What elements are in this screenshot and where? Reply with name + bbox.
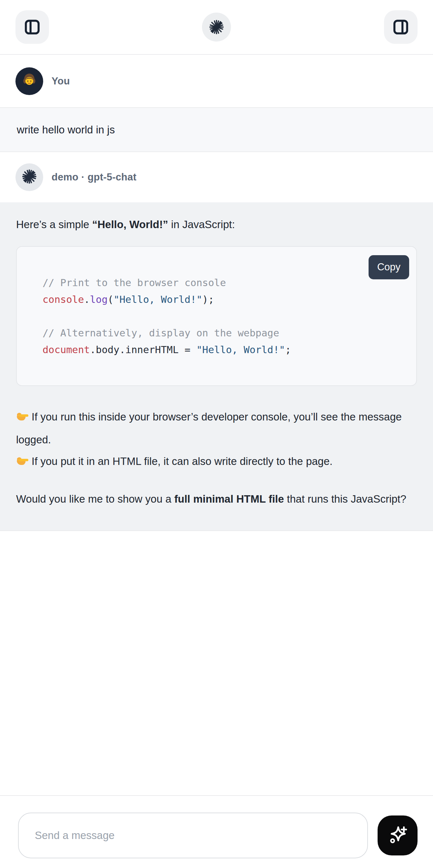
- assistant-avatar: [16, 163, 43, 191]
- user-message: write hello world in js: [0, 107, 433, 152]
- user-avatar: [16, 67, 43, 95]
- sparkle-icon: [387, 825, 408, 847]
- code-content: // Print to the browser console console.…: [42, 275, 401, 358]
- code-token: // Alternatively, display on the webpage: [42, 327, 279, 339]
- intro-text-after: in JavaScript:: [168, 218, 235, 230]
- assistant-tips-paragraph: If you run this inside your browser’s de…: [16, 406, 417, 473]
- sidebar-toggle-button[interactable]: [16, 10, 49, 44]
- pointing-right-emoji-icon: [16, 407, 29, 429]
- user-sender-name: You: [52, 75, 70, 87]
- panel-right-icon: [392, 19, 409, 36]
- code-token: "Hello, World!": [196, 344, 285, 355]
- pointing-right-emoji-icon: [16, 452, 29, 473]
- code-token: .: [84, 294, 90, 305]
- right-panel-toggle-button[interactable]: [384, 10, 417, 44]
- top-bar: [0, 0, 433, 55]
- assistant-message-header: demo · gpt-5-chat: [0, 152, 433, 202]
- person-emoji-icon: [20, 71, 38, 91]
- panel-left-icon: [24, 19, 41, 36]
- code-token: log: [90, 294, 107, 305]
- assistant-intro-paragraph: Here’s a simple “Hello, World!” in JavaS…: [16, 217, 417, 232]
- model-logo-button[interactable]: [202, 12, 231, 41]
- assistant-closing-paragraph: Would you like me to show you a full min…: [16, 488, 417, 510]
- code-token: .body.innerHTML =: [90, 344, 196, 355]
- chat-empty-area: [0, 531, 433, 795]
- user-message-text: write hello world in js: [17, 124, 115, 136]
- closing-text: Would you like me to show you a: [16, 493, 174, 505]
- code-token: (: [107, 294, 114, 305]
- closing-text-after: that runs this JavaScript?: [284, 493, 406, 505]
- code-token: "Hello, World!": [114, 294, 202, 305]
- message-composer: [0, 795, 433, 868]
- intro-text: Here’s a simple: [16, 218, 92, 230]
- starburst-icon: [21, 168, 38, 186]
- intro-bold-text: “Hello, World!”: [92, 218, 168, 230]
- code-token: document: [42, 344, 90, 355]
- assistant-message: Here’s a simple “Hello, World!” in JavaS…: [0, 202, 433, 531]
- chat-app: You write hello world in js: [0, 0, 433, 868]
- code-token: console: [42, 294, 84, 305]
- tip-text: If you run this inside your browser’s de…: [16, 411, 402, 445]
- closing-bold-text: full minimal HTML file: [174, 493, 284, 505]
- code-token: // Print to the browser console: [42, 277, 226, 288]
- code-token: ;: [285, 344, 291, 355]
- user-message-header: You: [0, 55, 433, 107]
- message-input[interactable]: [18, 813, 368, 858]
- code-block: Copy // Print to the browser console con…: [16, 246, 417, 386]
- send-button[interactable]: [378, 815, 417, 856]
- tip-text: If you put it in an HTML file, it can al…: [32, 455, 333, 467]
- starburst-icon: [209, 19, 224, 35]
- code-token: );: [202, 294, 214, 305]
- assistant-sender-name: demo · gpt-5-chat: [52, 172, 136, 183]
- copy-code-button[interactable]: Copy: [369, 255, 409, 279]
